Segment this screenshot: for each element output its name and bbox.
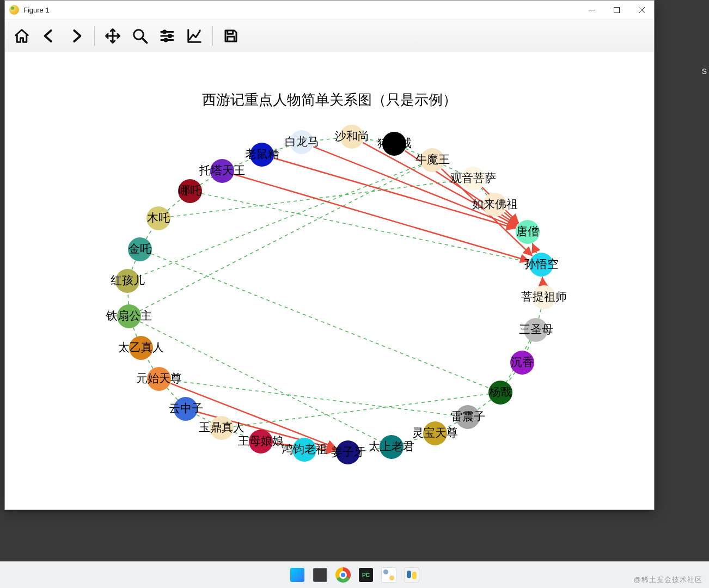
matplotlib-toolbar bbox=[5, 20, 654, 53]
plot-canvas[interactable]: 西游记重点人物简单关系图（只是示例） 白龙马沙和尚猪八戒牛魔王观音菩萨如来佛祖唐… bbox=[5, 52, 654, 510]
graph-node[interactable] bbox=[336, 440, 360, 464]
edge-directed bbox=[542, 278, 543, 284]
graph-node[interactable] bbox=[117, 304, 141, 328]
start-button[interactable] bbox=[289, 567, 305, 583]
edge-dashed bbox=[364, 139, 383, 142]
edge-dashed bbox=[167, 388, 178, 400]
graph-node[interactable] bbox=[290, 130, 314, 154]
graph-node[interactable] bbox=[510, 351, 534, 375]
pan-button[interactable] bbox=[100, 23, 125, 48]
svg-point-2 bbox=[163, 30, 166, 33]
graph-node[interactable] bbox=[147, 367, 171, 391]
graph-node[interactable] bbox=[292, 438, 316, 462]
edge-dashed bbox=[233, 159, 250, 166]
edge-dashed bbox=[147, 358, 153, 369]
edge-directed bbox=[533, 244, 536, 253]
back-button[interactable] bbox=[36, 23, 62, 48]
graph-node[interactable] bbox=[250, 143, 274, 167]
svg-rect-0 bbox=[614, 7, 619, 13]
pycharm-icon[interactable]: PC bbox=[358, 567, 374, 583]
graph-node[interactable] bbox=[532, 285, 556, 309]
svg-point-3 bbox=[169, 35, 172, 38]
window-title: Figure 1 bbox=[23, 6, 50, 14]
graph-node[interactable] bbox=[340, 125, 364, 149]
graph-node[interactable] bbox=[420, 148, 444, 172]
graph-node[interactable] bbox=[146, 206, 170, 230]
edge-dashed bbox=[202, 194, 530, 262]
edit-axes-button[interactable] bbox=[182, 23, 207, 48]
edge-dashed bbox=[200, 177, 212, 185]
edge-dashed bbox=[360, 449, 380, 451]
graph-node[interactable] bbox=[380, 435, 404, 459]
graph-node[interactable] bbox=[423, 421, 447, 445]
graph-node[interactable] bbox=[249, 430, 273, 454]
app-icon bbox=[9, 5, 19, 15]
zoom-button[interactable] bbox=[127, 23, 152, 48]
edge-dashed bbox=[138, 164, 421, 277]
home-button[interactable] bbox=[9, 23, 34, 48]
edge-dashed bbox=[146, 229, 152, 239]
graph-node[interactable] bbox=[128, 237, 152, 261]
watermark: @稀土掘金技术社区 bbox=[634, 575, 702, 585]
edge-dashed bbox=[128, 293, 129, 304]
graph-node[interactable] bbox=[483, 193, 507, 217]
edge-dashed bbox=[140, 322, 381, 442]
edge-dashed bbox=[508, 372, 515, 383]
matplotlib-icon[interactable] bbox=[381, 567, 397, 583]
edge-dashed bbox=[478, 400, 491, 410]
edge-dashed bbox=[539, 309, 541, 318]
graph-node[interactable] bbox=[524, 318, 548, 342]
save-button[interactable] bbox=[218, 23, 243, 48]
stray-char: s bbox=[702, 65, 707, 77]
edge-dashed bbox=[403, 437, 424, 444]
minimize-button[interactable] bbox=[579, 1, 604, 19]
graph-node[interactable] bbox=[115, 269, 139, 293]
graph-node[interactable] bbox=[129, 336, 153, 360]
close-button[interactable] bbox=[629, 1, 654, 19]
desktop: s Figure 1 bbox=[0, 0, 709, 588]
network-graph: 白龙马沙和尚猪八戒牛魔王观音菩萨如来佛祖唐僧孙悟空菩提祖师三圣母沉香杨戬雷震子灵… bbox=[5, 52, 654, 510]
graph-node[interactable] bbox=[529, 253, 553, 277]
taskbar[interactable]: PC bbox=[0, 561, 709, 588]
graph-node[interactable] bbox=[210, 159, 234, 183]
graph-node[interactable] bbox=[178, 179, 202, 203]
titlebar[interactable]: Figure 1 bbox=[5, 1, 654, 20]
edge-dashed bbox=[314, 138, 340, 140]
edge-dashed bbox=[151, 254, 489, 388]
separator bbox=[94, 26, 95, 46]
edge-dashed bbox=[133, 328, 137, 337]
graph-node[interactable] bbox=[456, 405, 480, 429]
edge-dashed bbox=[171, 381, 456, 416]
edge-directed bbox=[235, 175, 529, 261]
edge-dashed bbox=[168, 199, 181, 210]
chrome-icon[interactable] bbox=[335, 567, 351, 583]
edge-dashed bbox=[233, 432, 249, 438]
configure-subplots-button[interactable] bbox=[155, 23, 180, 48]
graph-node[interactable] bbox=[488, 381, 512, 405]
edge-dashed bbox=[273, 146, 290, 151]
figure-window: Figure 1 bbox=[4, 0, 655, 510]
graph-node[interactable] bbox=[210, 416, 234, 440]
python-icon[interactable] bbox=[404, 567, 420, 583]
graph-node[interactable] bbox=[461, 167, 485, 191]
graph-node[interactable] bbox=[174, 397, 198, 421]
graph-node[interactable] bbox=[382, 132, 406, 156]
task-view-button[interactable] bbox=[312, 567, 328, 583]
forward-button[interactable] bbox=[64, 23, 89, 48]
edge-dashed bbox=[446, 422, 457, 428]
edge-dashed bbox=[234, 394, 488, 426]
separator bbox=[212, 26, 213, 46]
edge-dashed bbox=[132, 260, 136, 270]
graph-node[interactable] bbox=[516, 220, 540, 244]
edge-directed bbox=[314, 147, 515, 227]
svg-point-4 bbox=[164, 39, 167, 41]
maximize-button[interactable] bbox=[604, 1, 629, 19]
